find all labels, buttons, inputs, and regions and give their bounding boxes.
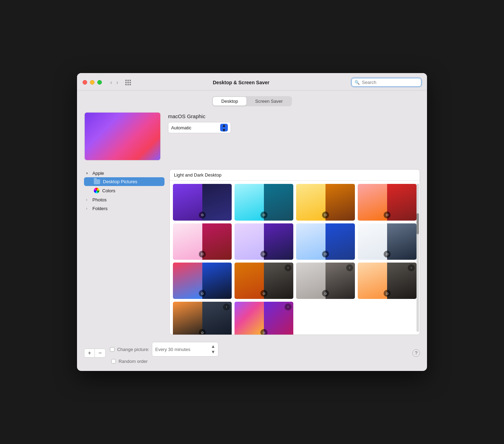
cloud-download-icon-11: ↑ — [346, 264, 353, 271]
dual-mode-icon-14: ⊙ — [260, 329, 267, 335]
sidebar-section-photos: › Photos — [84, 196, 164, 204]
scrollbar[interactable] — [416, 184, 419, 332]
dual-mode-icon: ⊙ — [199, 212, 206, 219]
wallpaper-thumb-3[interactable]: ⊙ — [296, 184, 355, 221]
dual-mode-icon-6: ⊙ — [260, 251, 267, 258]
add-button[interactable]: + — [84, 349, 95, 357]
change-picture-section: Change picture: Every 30 minutes ▲ ▼ Ran… — [110, 342, 408, 364]
maximize-button[interactable] — [97, 80, 102, 85]
dual-mode-icon-11: ⊙ — [322, 290, 329, 297]
sidebar-item-colors[interactable]: Colors — [84, 186, 164, 195]
forward-button[interactable]: › — [115, 79, 119, 86]
colors-icon — [94, 188, 99, 193]
sidebar: ▾ Apple Desktop Pictures Colors — [84, 169, 164, 335]
wallpaper-thumb-10[interactable]: ↑ ⊙ — [234, 262, 294, 299]
random-order-row: Random order — [110, 359, 408, 364]
search-input[interactable] — [362, 80, 418, 85]
change-picture-checkbox[interactable] — [110, 347, 114, 352]
wallpaper-thumb-7[interactable]: ⊙ — [296, 223, 355, 260]
dual-mode-icon-4: ⊙ — [384, 212, 391, 219]
bottom-bar: + − Change picture: Every 30 minutes ▲ ▼ — [84, 342, 420, 364]
sidebar-section-folders: › Folders — [84, 205, 164, 213]
interval-dropdown[interactable]: Every 30 minutes ▲ ▼ — [152, 342, 218, 356]
sidebar-group-photos[interactable]: › Photos — [84, 196, 164, 204]
chevron-right-icon: › — [86, 198, 90, 202]
apps-grid-icon[interactable] — [125, 80, 131, 85]
titlebar: ‹ › Desktop & Screen Saver 🔍 — [77, 73, 427, 91]
sidebar-group-apple[interactable]: ▾ Apple — [84, 169, 164, 177]
sidebar-apple-label: Apple — [92, 171, 104, 176]
wallpaper-thumb-13[interactable]: ↑ ⊙ — [173, 301, 232, 335]
tab-bar: Desktop Screen Saver — [84, 96, 420, 106]
wallpaper-thumb-1[interactable]: ⊙ — [173, 184, 232, 221]
sidebar-photos-label: Photos — [92, 197, 106, 202]
folder-icon — [94, 179, 100, 184]
desktop-screensaver-window: ‹ › Desktop & Screen Saver 🔍 Desktop Scr… — [77, 73, 427, 371]
dual-mode-icon-12: ⊙ — [384, 290, 391, 297]
appearance-dropdown-label: Automatic — [171, 125, 219, 130]
traffic-lights — [83, 80, 102, 85]
dual-mode-icon-8: ⊙ — [384, 251, 391, 258]
interval-label: Every 30 minutes — [155, 347, 209, 352]
appearance-dropdown[interactable]: Automatic ▲ ▼ — [168, 122, 231, 133]
stepper-icon: ▲ ▼ — [220, 124, 228, 131]
interval-stepper-icon: ▲ ▼ — [211, 344, 216, 355]
minimize-button[interactable] — [90, 80, 94, 85]
wallpaper-thumb-12[interactable]: ↑ ⊙ — [357, 262, 417, 299]
sidebar-colors-label: Colors — [102, 188, 115, 193]
help-button[interactable]: ? — [412, 349, 420, 357]
sidebar-section-apple: ▾ Apple Desktop Pictures Colors — [84, 169, 164, 195]
dual-mode-icon-10: ⊙ — [260, 290, 267, 297]
dual-mode-icon-9: ⊙ — [199, 290, 206, 297]
close-button[interactable] — [83, 80, 87, 85]
chevron-right-icon-folders: › — [86, 207, 90, 210]
wallpaper-thumb-11[interactable]: ↑ ⊙ — [296, 262, 355, 299]
back-button[interactable]: ‹ — [109, 79, 113, 86]
nav-buttons: ‹ › — [109, 79, 120, 86]
dual-mode-icon-13: ⊙ — [199, 329, 206, 335]
wallpaper-grid[interactable]: ⊙ ⊙ — [170, 181, 420, 335]
wallpaper-thumb-9[interactable]: ⊙ — [173, 262, 232, 299]
window-title: Desktop & Screen Saver — [135, 80, 347, 85]
wallpaper-thumb-6[interactable]: ⊙ — [234, 223, 294, 260]
lower-section: ▾ Apple Desktop Pictures Colors — [84, 169, 420, 335]
tab-screensaver[interactable]: Screen Saver — [247, 97, 291, 106]
search-icon: 🔍 — [355, 80, 360, 85]
dual-mode-icon-5: ⊙ — [199, 251, 206, 258]
wallpaper-thumb-5[interactable]: ⊙ — [173, 223, 232, 260]
wallpaper-thumb-4[interactable]: ⊙ — [357, 184, 417, 221]
dual-mode-icon-3: ⊙ — [322, 212, 329, 219]
wallpaper-thumb-2[interactable]: ⊙ — [234, 184, 294, 221]
wallpaper-name: macOS Graphic — [168, 113, 231, 119]
random-order-checkbox[interactable] — [111, 359, 116, 364]
preview-info: macOS Graphic Automatic ▲ ▼ — [168, 113, 231, 133]
dual-mode-icon-7: ⊙ — [322, 251, 329, 258]
preview-row: macOS Graphic Automatic ▲ ▼ — [84, 112, 420, 161]
change-picture-row: Change picture: Every 30 minutes ▲ ▼ — [110, 342, 408, 356]
wallpaper-grid-area: Light and Dark Desktop ⊙ — [169, 169, 420, 335]
chevron-down-icon: ▾ — [86, 171, 90, 175]
tab-group: Desktop Screen Saver — [212, 96, 292, 106]
wallpaper-thumb-8[interactable]: ⊙ — [357, 223, 417, 260]
sidebar-item-desktop-pictures[interactable]: Desktop Pictures — [84, 177, 164, 186]
wallpaper-thumb-14[interactable]: ↑ ⊙ — [234, 301, 294, 335]
sidebar-desktop-pictures-label: Desktop Pictures — [103, 179, 137, 184]
add-remove-buttons: + − — [84, 349, 106, 358]
cloud-download-icon-10: ↑ — [285, 264, 292, 271]
remove-button[interactable]: − — [95, 349, 105, 357]
sidebar-group-folders[interactable]: › Folders — [84, 205, 164, 213]
grid-header: Light and Dark Desktop — [170, 170, 420, 181]
content-area: Desktop Screen Saver macOS Graphic Autom… — [77, 91, 427, 371]
dual-mode-icon-2: ⊙ — [260, 212, 267, 219]
random-order-label: Random order — [119, 359, 148, 364]
change-picture-label: Change picture: — [117, 347, 149, 352]
search-box[interactable]: 🔍 — [351, 78, 421, 87]
cloud-download-icon-12: ↑ — [408, 264, 415, 271]
wallpaper-preview-image — [84, 112, 161, 161]
sidebar-folders-label: Folders — [92, 206, 107, 211]
tab-desktop[interactable]: Desktop — [213, 97, 246, 106]
